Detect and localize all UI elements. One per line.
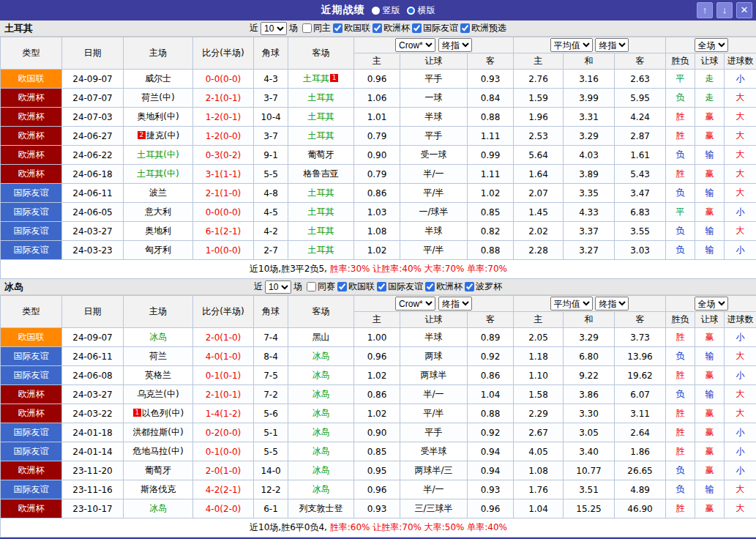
- fulltime-select[interactable]: 全场: [695, 297, 728, 311]
- odds-stage-select[interactable]: 终指: [438, 38, 472, 52]
- move-down-button[interactable]: ↓: [716, 2, 733, 18]
- home-team-cell[interactable]: 洪都拉斯(中): [124, 423, 193, 442]
- odds-company-select[interactable]: Crow*: [395, 38, 435, 52]
- avg-odds-stage-select[interactable]: 终指: [595, 38, 629, 52]
- home-team-cell[interactable]: 波兰: [124, 184, 193, 203]
- avg-draw-odds-cell: 3.40: [564, 442, 615, 461]
- avg-odds-select[interactable]: 平均值: [550, 38, 593, 52]
- fulltime-select[interactable]: 全场: [695, 38, 728, 52]
- corner-cell: 7-2: [254, 385, 288, 404]
- away-team-cell[interactable]: 冰岛: [288, 347, 354, 366]
- avg-odds-stage-select[interactable]: 终指: [595, 297, 629, 311]
- away-team-cell[interactable]: 土耳其: [288, 89, 354, 108]
- avg-odds-select[interactable]: 平均值: [550, 297, 593, 311]
- filter-checkbox[interactable]: 欧洲预选: [460, 22, 506, 34]
- home-team-cell[interactable]: 冰岛: [124, 328, 193, 347]
- corner-cell: 3-7: [254, 89, 288, 108]
- checkbox-input[interactable]: [333, 23, 343, 33]
- handicap-odds-group: Crow* 终指: [354, 37, 514, 53]
- checkbox-input[interactable]: [302, 23, 312, 33]
- away-team-cell[interactable]: 冰岛: [288, 461, 354, 480]
- away-team-cell[interactable]: 冰岛: [288, 404, 354, 423]
- home-team-cell[interactable]: 匈牙利: [124, 241, 193, 260]
- table-header-row: 类型 日期 主场 比分(半场) 角球 客场 Crow* 终指 平均值 终指 全场: [1, 37, 756, 53]
- filter-checkbox[interactable]: 欧国联: [337, 280, 375, 293]
- layout-vertical-radio[interactable]: 竖版: [372, 4, 400, 17]
- home-team-cell[interactable]: 斯洛伐克: [124, 480, 193, 499]
- checkbox-input[interactable]: [337, 282, 347, 291]
- home-team-cell[interactable]: 1以色列(中): [124, 404, 193, 423]
- away-team-cell[interactable]: 土耳其: [288, 241, 354, 260]
- handicap-away-odds-cell: 0.89: [468, 328, 514, 347]
- radio-label-vertical: 竖版: [383, 4, 400, 17]
- home-team-cell[interactable]: 土耳其(中): [124, 165, 193, 184]
- home-team-cell[interactable]: 2捷克(中): [124, 127, 193, 146]
- result-cell: 平: [666, 203, 695, 222]
- match-date-cell: 24-06-08: [62, 366, 124, 385]
- checkbox-input[interactable]: [425, 282, 435, 291]
- handicap-home-odds-cell: 0.86: [354, 385, 400, 404]
- home-team-cell[interactable]: 冰岛: [124, 499, 193, 518]
- match-count-select[interactable]: 10: [261, 22, 287, 35]
- filter-checkbox[interactable]: 欧洲杯: [425, 280, 463, 293]
- home-team-cell[interactable]: 危地马拉(中): [124, 442, 193, 461]
- match-count-select[interactable]: 10: [265, 280, 291, 294]
- away-team-cell[interactable]: 冰岛: [288, 442, 354, 461]
- checkbox-input[interactable]: [412, 23, 422, 33]
- home-team-cell[interactable]: 土耳其(中): [124, 146, 193, 165]
- home-team-cell[interactable]: 奥地利: [124, 222, 193, 241]
- away-team-cell[interactable]: 葡萄牙: [288, 146, 354, 165]
- avg-away-odds-cell: 4.89: [615, 480, 666, 499]
- close-button[interactable]: ✕: [736, 2, 752, 18]
- home-team-cell[interactable]: 乌克兰(中): [124, 385, 193, 404]
- home-team-cell[interactable]: 意大利: [124, 203, 193, 222]
- filter-checkbox[interactable]: 国际友谊: [412, 22, 458, 34]
- match-type-cell: 欧国联: [1, 328, 62, 347]
- layout-horizontal-radio[interactable]: 横版: [407, 4, 435, 17]
- avg-draw-odds-cell: 3.37: [564, 222, 615, 241]
- checkbox-input[interactable]: [373, 23, 382, 33]
- filter-checkbox[interactable]: 欧国联: [333, 22, 370, 34]
- away-team-cell[interactable]: 土耳其: [288, 184, 354, 203]
- odds-company-select[interactable]: Crow*: [395, 297, 435, 311]
- corner-cell: 4-2: [254, 222, 288, 241]
- match-type-cell: 国际友谊: [1, 423, 62, 442]
- home-team-cell[interactable]: 葡萄牙: [124, 461, 193, 480]
- home-team-cell[interactable]: 奥地利(中): [124, 108, 193, 127]
- away-team-cell[interactable]: 黑山: [288, 328, 354, 347]
- away-team-cell[interactable]: 格鲁吉亚: [288, 165, 354, 184]
- odds-stage-select[interactable]: 终指: [438, 297, 472, 311]
- avg-away-odds-cell: 2.87: [615, 127, 666, 146]
- move-up-button[interactable]: ↑: [697, 2, 713, 18]
- avg-home-odds-cell: 5.64: [514, 146, 564, 165]
- away-team-name: 冰岛: [312, 465, 330, 475]
- checkbox-input[interactable]: [377, 282, 386, 291]
- away-team-cell[interactable]: 冰岛: [288, 366, 354, 385]
- home-team-cell[interactable]: 威尔士: [124, 70, 193, 89]
- away-team-cell[interactable]: 土耳其: [288, 108, 354, 127]
- handicap-away-odds-cell: 0.92: [468, 347, 514, 366]
- match-row: 国际友谊24-06-08英格兰0-1(0-1)7-5冰岛1.02两球半0.861…: [1, 366, 756, 385]
- away-team-cell[interactable]: 冰岛: [288, 480, 354, 499]
- filter-checkbox[interactable]: 同赛: [307, 280, 335, 293]
- filter-checkbox[interactable]: 欧洲杯: [373, 22, 410, 34]
- checkbox-input[interactable]: [460, 23, 470, 33]
- away-team-cell[interactable]: 土耳其: [288, 222, 354, 241]
- home-team-cell[interactable]: 英格兰: [124, 366, 193, 385]
- away-team-cell[interactable]: 土耳其1: [288, 70, 354, 89]
- filter-checkbox[interactable]: 波罗杯: [465, 280, 502, 293]
- away-team-cell[interactable]: 土耳其: [288, 127, 354, 146]
- col-avg-home: 主: [514, 53, 564, 70]
- handicap-result-cell: 输: [695, 347, 725, 366]
- away-team-cell[interactable]: 冰岛: [288, 385, 354, 404]
- match-date-cell: 24-06-05: [62, 203, 124, 222]
- away-team-cell[interactable]: 列支敦士登: [288, 499, 354, 518]
- filter-checkbox[interactable]: 国际友谊: [377, 280, 423, 293]
- away-team-cell[interactable]: 冰岛: [288, 423, 354, 442]
- away-team-cell[interactable]: 土耳其: [288, 203, 354, 222]
- checkbox-input[interactable]: [307, 282, 316, 291]
- home-team-cell[interactable]: 荷兰(中): [124, 89, 193, 108]
- filter-checkbox[interactable]: 同主: [302, 22, 331, 34]
- checkbox-input[interactable]: [465, 282, 474, 291]
- home-team-cell[interactable]: 荷兰: [124, 347, 193, 366]
